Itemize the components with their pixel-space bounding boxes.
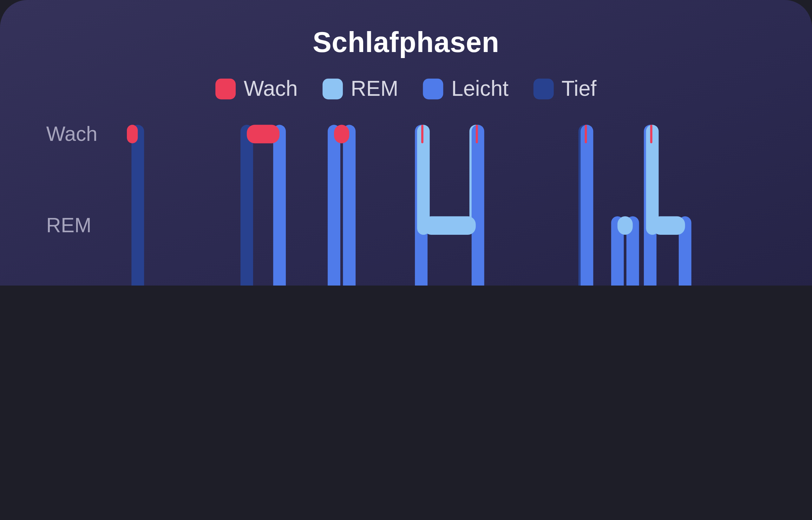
svg-rect-4 bbox=[343, 125, 356, 286]
svg-rect-3 bbox=[328, 125, 340, 286]
svg-rect-1 bbox=[240, 125, 253, 286]
svg-rect-2 bbox=[273, 125, 286, 286]
svg-rect-11 bbox=[581, 125, 593, 286]
hypnogram-plot bbox=[0, 0, 812, 286]
svg-rect-0 bbox=[131, 125, 144, 286]
sleep-phases-card: Schlafphasen WachREMLeichtTief WachREMLe… bbox=[0, 0, 812, 286]
svg-rect-8 bbox=[472, 125, 484, 286]
